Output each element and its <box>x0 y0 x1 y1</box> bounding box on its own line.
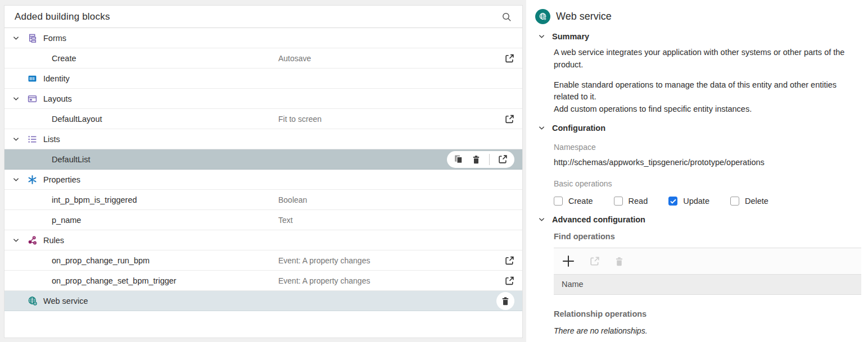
add-operation-button[interactable] <box>562 254 575 268</box>
checkbox-icon[interactable] <box>614 197 623 206</box>
identity-icon <box>28 74 37 83</box>
checkbox-icon[interactable] <box>730 197 739 206</box>
row-identity[interactable]: Identity <box>4 69 522 89</box>
checkbox-create[interactable]: Create <box>554 195 593 208</box>
section-label: Summary <box>552 32 589 41</box>
summary-paragraph-1: A web service integrates your applicatio… <box>554 47 861 71</box>
chevron-down-icon[interactable] <box>13 137 19 142</box>
chevron-down-icon[interactable] <box>539 34 545 39</box>
chevron-down-icon[interactable] <box>13 36 19 40</box>
copy-icon[interactable] <box>454 154 463 164</box>
row-label: DefaultList <box>52 155 91 164</box>
checkbox-update[interactable]: Update <box>668 195 709 208</box>
find-operations-label: Find operations <box>554 231 861 243</box>
row-label: Identity <box>43 74 70 83</box>
row-meta: Boolean <box>278 195 307 204</box>
building-blocks-header: Added building blocks <box>4 6 522 28</box>
chevron-down-icon[interactable] <box>13 238 19 243</box>
row-defaultlayout[interactable]: DefaultLayout Fit to screen <box>4 109 522 129</box>
layouts-icon <box>28 94 37 103</box>
pill-divider <box>489 154 490 165</box>
detail-title: Web service <box>556 11 612 22</box>
row-label: Create <box>52 54 76 63</box>
row-on-prop-change-set-bpm-trigger[interactable]: on_prop_change_set_bpm_trigger Event: A … <box>4 271 522 291</box>
checkbox-label: Delete <box>745 195 768 208</box>
row-group-forms[interactable]: Forms <box>4 28 522 48</box>
row-meta: Event: A property changes <box>278 276 370 285</box>
row-group-lists[interactable]: Lists <box>4 129 522 149</box>
find-operations-name-header: Name <box>554 274 861 295</box>
row-group-rules[interactable]: Rules <box>4 230 522 250</box>
row-meta: Text <box>278 216 293 225</box>
advanced-content: Find operations Name Relationship operat… <box>554 231 861 337</box>
row-label: on_prop_change_run_bpm <box>52 256 150 265</box>
checkbox-label: Create <box>568 195 593 208</box>
row-web-service-selected[interactable]: Web service <box>4 291 522 311</box>
section-label: Advanced configuration <box>552 215 645 224</box>
row-on-prop-change-run-bpm[interactable]: on_prop_change_run_bpm Event: A property… <box>4 250 522 271</box>
row-defaultlist-selected[interactable]: DefaultList <box>4 149 522 170</box>
row-label: Web service <box>43 297 88 305</box>
checkbox-label: Update <box>683 195 709 208</box>
checkbox-icon[interactable] <box>668 197 677 206</box>
row-label: on_prop_change_set_bpm_trigger <box>52 276 177 285</box>
chevron-down-icon[interactable] <box>539 217 545 222</box>
open-icon[interactable] <box>505 53 514 63</box>
checkbox-label: Read <box>629 195 648 208</box>
basic-operations-group: Create Read Update Delete <box>554 195 861 208</box>
rules-icon <box>28 235 37 245</box>
row-label: Properties <box>43 175 80 184</box>
row-p-name[interactable]: p_name Text <box>4 210 522 230</box>
detail-header: Web service <box>535 9 868 24</box>
row-meta: Fit to screen <box>278 115 322 124</box>
panel-title: Added building blocks <box>15 11 110 22</box>
open-icon[interactable] <box>505 276 514 285</box>
app-root: Added building blocks Forms Create Autos… <box>0 0 868 342</box>
building-blocks-panel: Added building blocks Forms Create Autos… <box>4 5 523 338</box>
summary-paragraph-3: Add custom operations to find specific e… <box>554 103 861 116</box>
open-icon[interactable] <box>505 114 514 124</box>
forms-icon <box>28 33 37 43</box>
summary-paragraph-2: Enable standard operations to manage the… <box>554 79 861 104</box>
row-group-layouts[interactable]: Layouts <box>4 89 522 109</box>
search-button[interactable] <box>499 9 514 25</box>
chevron-down-icon[interactable] <box>13 177 19 182</box>
row-create[interactable]: Create Autosave <box>4 48 522 69</box>
delete-icon[interactable] <box>614 257 624 266</box>
row-meta: Autosave <box>278 54 311 63</box>
row-meta: Event: A property changes <box>278 256 370 265</box>
checkbox-delete[interactable]: Delete <box>730 195 768 208</box>
section-advanced-configuration[interactable]: Advanced configuration <box>539 215 868 224</box>
detail-panel: Web service Summary A web service integr… <box>526 0 868 342</box>
row-label: DefaultLayout <box>52 115 102 124</box>
chevron-down-icon[interactable] <box>13 97 19 101</box>
checkbox-icon[interactable] <box>554 197 563 206</box>
properties-icon <box>28 175 37 184</box>
open-icon[interactable] <box>498 154 508 164</box>
row-group-properties[interactable]: Properties <box>4 170 522 190</box>
row-label: int_p_bpm_is_triggered <box>52 195 137 204</box>
find-operations-toolbar <box>554 248 861 274</box>
section-label: Configuration <box>552 124 605 133</box>
row-label: Rules <box>43 236 64 245</box>
namespace-label: Namespace <box>554 142 861 153</box>
row-label: Lists <box>43 135 60 144</box>
section-configuration[interactable]: Configuration <box>539 124 868 133</box>
web-service-icon <box>535 9 550 24</box>
summary-content: A web service integrates your applicatio… <box>554 47 861 116</box>
row-action-pill <box>447 151 514 168</box>
delete-icon[interactable] <box>496 292 514 310</box>
namespace-value: http://schemas/appworks_tipsgeneric/prot… <box>554 157 861 169</box>
web-service-icon <box>28 296 38 306</box>
section-summary[interactable]: Summary <box>539 32 868 41</box>
open-icon[interactable] <box>505 256 514 265</box>
lists-icon <box>28 134 37 144</box>
checkbox-read[interactable]: Read <box>614 195 648 208</box>
chevron-down-icon[interactable] <box>539 126 545 130</box>
open-icon[interactable] <box>590 256 600 266</box>
relationship-empty-text: There are no relationships. <box>554 325 861 337</box>
row-label: Forms <box>43 34 66 43</box>
search-icon <box>501 12 512 22</box>
delete-icon[interactable] <box>472 155 481 164</box>
row-int-p-bpm-is-triggered[interactable]: int_p_bpm_is_triggered Boolean <box>4 190 522 210</box>
